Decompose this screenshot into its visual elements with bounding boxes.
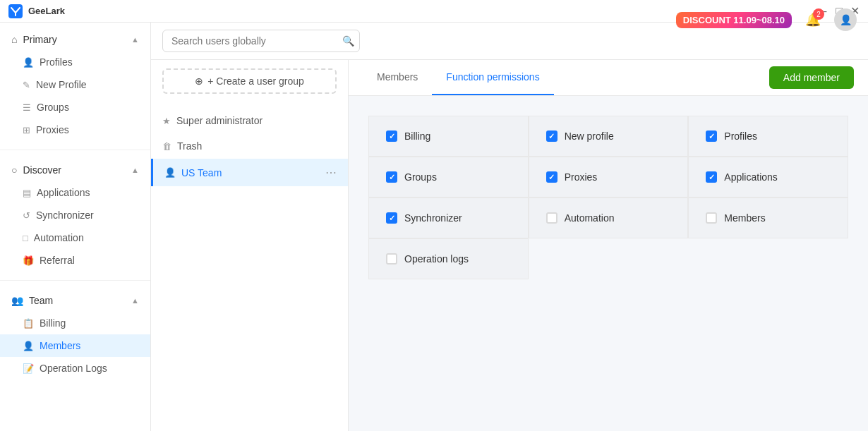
trash-icon: 🗑: [162, 141, 171, 152]
profile-icon: 👤: [23, 57, 34, 68]
permission-item-applications: ✓Applications: [688, 157, 848, 198]
permission-item-groups: ✓Groups: [368, 157, 529, 198]
user-icon: 👤: [840, 23, 852, 25]
permissions-area: ✓Billing✓New profile✓Profiles✓Groups✓Pro…: [349, 96, 868, 431]
gift-icon: 🎁: [23, 255, 34, 266]
permission-label-synchronizer: Synchronizer: [404, 212, 462, 224]
billing-icon: 📋: [23, 318, 34, 329]
sidebar-item-profiles[interactable]: 👤 Profiles: [0, 51, 150, 73]
permission-item-members: Members: [688, 198, 848, 238]
app-body: ⌂ Primary ▲ 👤 Profiles ✎ New Profile ☰ G…: [0, 23, 868, 431]
list-items: ★ Super administrator 🗑 Trash 👤 US Team …: [151, 102, 348, 192]
team-icon: 👥: [11, 295, 23, 306]
list-panel: ⊕ + Create a user group ★ Super administ…: [151, 60, 349, 431]
sidebar-item-new-profile[interactable]: ✎ New Profile: [0, 73, 150, 96]
search-button[interactable]: 🔍: [342, 35, 354, 47]
chevron-up-icon-2: ▲: [131, 166, 139, 174]
permission-item-automation: Automation: [529, 198, 689, 238]
list-item-super-admin[interactable]: ★ Super administrator: [151, 108, 348, 133]
tabs-header: Members Function permissions Add member: [349, 60, 868, 96]
permission-label-proxies: Proxies: [565, 171, 598, 183]
main-content: Members Function permissions Add member …: [349, 60, 868, 431]
create-group-button[interactable]: ⊕ + Create a user group: [162, 68, 337, 94]
sidebar-section-primary-header[interactable]: ⌂ Primary ▲: [0, 28, 150, 51]
sidebar-item-synchronizer[interactable]: ↺ Synchronizer: [0, 204, 150, 226]
checkbox-groups[interactable]: ✓: [386, 171, 397, 183]
sidebar: ⌂ Primary ▲ 👤 Profiles ✎ New Profile ☰ G…: [0, 23, 151, 431]
app-icon: ▤: [23, 188, 31, 198]
grid-icon: ⊞: [23, 125, 30, 135]
list-icon: ☰: [23, 102, 31, 113]
checkbox-operation-logs[interactable]: [386, 253, 397, 265]
checkbox-synchronizer[interactable]: ✓: [386, 212, 397, 224]
bell-icon: 🔔: [805, 23, 821, 28]
sidebar-item-operation-logs[interactable]: 📝 Operation Logs: [0, 357, 150, 380]
permission-label-new-profile: New profile: [565, 130, 614, 142]
sidebar-section-team-title: 👥 Team: [11, 295, 53, 306]
checkbox-members[interactable]: [706, 212, 717, 224]
sidebar-section-discover-title: ○ Discover: [11, 164, 61, 176]
sidebar-section-primary-title: ⌂ Primary: [11, 34, 57, 45]
list-item-us-team[interactable]: 👤 US Team ⋯: [151, 159, 348, 186]
permission-item-synchronizer: ✓Synchronizer: [368, 198, 529, 238]
star-icon: ★: [162, 116, 171, 126]
sidebar-section-discover-header[interactable]: ○ Discover ▲: [0, 159, 150, 181]
permission-label-profiles: Profiles: [724, 130, 757, 142]
search-input-wrapper: 🔍: [162, 30, 360, 52]
sidebar-section-team: 👥 Team ▲ 📋 Billing 👤 Members 📝 Operation…: [0, 284, 150, 385]
permission-item-operation-logs: Operation logs: [368, 238, 529, 279]
discount-badge[interactable]: DISCOUNT 11.09~08.10: [676, 23, 792, 28]
sidebar-item-referral[interactable]: 🎁 Referral: [0, 249, 150, 272]
divider-1: [0, 150, 150, 150]
checkbox-automation[interactable]: [546, 212, 557, 224]
permissions-grid: ✓Billing✓New profile✓Profiles✓Groups✓Pro…: [354, 102, 862, 293]
checkbox-new-profile[interactable]: ✓: [546, 130, 557, 142]
divider-2: [0, 280, 150, 281]
add-member-button[interactable]: Add member: [769, 66, 854, 89]
sidebar-item-applications[interactable]: ▤ Applications: [0, 181, 150, 204]
permission-label-operation-logs: Operation logs: [404, 253, 469, 265]
permission-label-billing: Billing: [404, 130, 430, 142]
notification-button[interactable]: 🔔 2: [800, 23, 826, 32]
automation-icon: □: [23, 233, 28, 243]
list-item-trash[interactable]: 🗑 Trash: [151, 133, 348, 159]
permission-item-billing: ✓Billing: [368, 116, 529, 157]
sidebar-section-team-header[interactable]: 👥 Team ▲: [0, 289, 150, 312]
permission-item-new-profile: ✓New profile: [529, 116, 689, 157]
sidebar-item-billing[interactable]: 📋 Billing: [0, 312, 150, 334]
home-icon: ⌂: [11, 34, 17, 45]
checkbox-applications[interactable]: ✓: [706, 171, 717, 183]
tab-function-permissions[interactable]: Function permissions: [432, 60, 553, 95]
user-group-icon: 👤: [164, 167, 176, 178]
permission-label-groups: Groups: [404, 171, 437, 183]
plus-icon: ⊕: [195, 75, 203, 87]
list-panel-header: ⊕ + Create a user group: [151, 60, 348, 102]
logs-icon: 📝: [23, 363, 34, 374]
sync-icon: ↺: [23, 210, 30, 221]
sidebar-item-automation[interactable]: □ Automation: [0, 226, 150, 249]
checkbox-billing[interactable]: ✓: [386, 130, 397, 142]
sidebar-section-discover: ○ Discover ▲ ▤ Applications ↺ Synchroniz…: [0, 153, 150, 277]
tab-members[interactable]: Members: [363, 60, 432, 95]
search-input[interactable]: [162, 30, 360, 52]
tabs: Members Function permissions: [363, 60, 554, 95]
edit-icon: ✎: [23, 80, 30, 90]
sidebar-item-members[interactable]: 👤 Members: [0, 334, 150, 357]
permission-label-automation: Automation: [565, 212, 615, 224]
permission-label-applications: Applications: [724, 171, 778, 183]
compass-icon: ○: [11, 164, 17, 176]
titlebar-left: GeeLark: [8, 4, 65, 18]
permission-item-proxies: ✓Proxies: [529, 157, 689, 198]
chevron-up-icon: ▲: [131, 35, 139, 44]
app-logo: [8, 4, 23, 18]
app-name: GeeLark: [28, 6, 65, 16]
sidebar-section-primary: ⌂ Primary ▲ 👤 Profiles ✎ New Profile ☰ G…: [0, 23, 150, 147]
permission-item-profiles: ✓Profiles: [688, 116, 848, 157]
sidebar-item-groups[interactable]: ☰ Groups: [0, 96, 150, 119]
more-actions-icon[interactable]: ⋯: [325, 166, 337, 179]
checkbox-proxies[interactable]: ✓: [546, 171, 557, 183]
main-area: ⊕ + Create a user group ★ Super administ…: [151, 60, 868, 431]
user-avatar[interactable]: 👤: [834, 23, 857, 31]
sidebar-item-proxies[interactable]: ⊞ Proxies: [0, 119, 150, 141]
checkbox-profiles[interactable]: ✓: [706, 130, 717, 142]
